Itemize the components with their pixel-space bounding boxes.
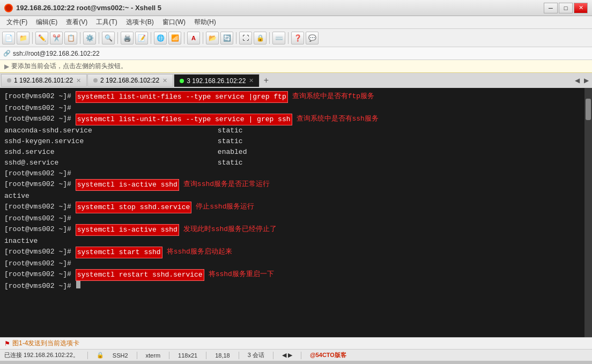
tunnel-button[interactable]: 🔄	[220, 32, 233, 44]
network-button[interactable]: 📶	[168, 32, 181, 44]
fullscreen-button[interactable]: ⛶	[239, 32, 252, 44]
lock-button[interactable]: 🔒	[254, 32, 267, 44]
print-button[interactable]: 🖨️	[121, 32, 134, 44]
toolbar-sep-6	[184, 32, 184, 44]
output-text: anaconda-sshd.service static	[4, 125, 243, 136]
command-text: systemctl stop sshd.service	[76, 202, 192, 213]
menu-view[interactable]: 查看(V)	[62, 17, 92, 28]
menu-bar: 文件(F) 编辑(E) 查看(V) 工具(T) 选项卡(B) 窗口(W) 帮助(…	[0, 16, 592, 29]
tab-1-label: 1 192.168.26.101:22	[14, 77, 73, 84]
comment-text: 查询系统中是否有ftp服务	[292, 91, 374, 102]
minimize-button[interactable]: ─	[544, 3, 558, 13]
terminal-line: [root@vms002 ~]#	[4, 213, 580, 224]
status-sep-1	[87, 352, 88, 359]
toolbar-sep-3	[99, 32, 99, 44]
menu-file[interactable]: 文件(F)	[2, 17, 32, 28]
command-text: systemctl list-unit-files --type service…	[76, 91, 288, 103]
command-text: systemctl is-active sshd	[76, 179, 179, 191]
globe-button[interactable]: 🌐	[154, 32, 167, 44]
toolbar-sep-4	[117, 32, 118, 44]
command-text: systemctl start sshd	[76, 247, 162, 258]
comment-text: 停止sshd服务运行	[196, 202, 254, 212]
status-sep-3	[169, 352, 169, 359]
info-bar: ▶ 要添加当前会话，点击左侧的箭头按钮。	[0, 60, 592, 73]
status-arrows: ◀ ▶	[282, 352, 292, 359]
maximize-button[interactable]: □	[559, 3, 573, 13]
find-button[interactable]: 🔍	[102, 32, 115, 44]
tab-nav-right[interactable]: ▶	[582, 76, 591, 85]
command-text: systemctl list-unit-files --type service…	[76, 114, 292, 125]
sftp-button[interactable]: 📂	[206, 32, 219, 44]
address-bar: 🔗 ssh://root@192.168.26.102:22	[0, 47, 592, 60]
close-button[interactable]: ✕	[574, 3, 588, 13]
scrollbar[interactable]	[584, 88, 592, 337]
prompt-text: [root@vms002 ~]#	[4, 114, 76, 124]
command-text: systemctl is-active sshd	[76, 224, 179, 236]
cut-button[interactable]: ✂️	[50, 32, 63, 44]
address-text: ssh://root@192.168.26.102:22	[13, 50, 100, 57]
menu-tools[interactable]: 工具(T)	[92, 17, 121, 28]
status-dimensions: 118x21	[178, 352, 197, 359]
comment-text: 发现此时sshd服务已经停止了	[183, 224, 277, 235]
terminal-line: [root@vms002 ~]# systemctl stop sshd.ser…	[4, 202, 580, 213]
comment-text: 将sshd服务重启一下	[209, 269, 274, 280]
tab-2[interactable]: 2 192.168.26.102:22 ✕	[87, 74, 173, 87]
prompt-text: [root@vms002 ~]#	[4, 91, 76, 102]
toolbar: 📄 📁 ✏️ ✂️ 📋 ⚙️ 🔍 🖨️ 📝 🌐 📶 A 📂 🔄 ⛶ 🔒 ⌨️ ❓…	[0, 29, 592, 47]
hint-bar: ⚑ 图1-4发送到当前选项卡	[0, 337, 592, 349]
toolbar-sep-8	[236, 32, 236, 44]
open-button[interactable]: 📁	[17, 32, 29, 44]
status-position: 18,18	[215, 352, 230, 359]
comment-text: 将sshd服务启动起来	[167, 247, 232, 257]
output-text: sshd.service enabled	[4, 147, 247, 158]
terminal-line: sshd.service enabled	[4, 147, 580, 158]
terminal-line: [root@vms002 ~]# systemctl list-unit-fil…	[4, 91, 580, 103]
new-session-button[interactable]: 📄	[2, 32, 15, 44]
menu-tabs[interactable]: 选项卡(B)	[122, 17, 158, 28]
menu-edit[interactable]: 编辑(E)	[32, 17, 62, 28]
edit-button[interactable]: ✏️	[35, 32, 48, 44]
status-lock-icon: 🔒	[97, 352, 104, 359]
terminal-line: active	[4, 191, 580, 202]
help-button[interactable]: ❓	[291, 32, 304, 44]
status-bar: 已连接 192.168.26.102:22。 🔒 SSH2 xterm 118x…	[0, 349, 592, 361]
menu-help[interactable]: 帮助(H)	[190, 17, 220, 28]
terminal[interactable]: [root@vms002 ~]# systemctl list-unit-fil…	[0, 88, 584, 337]
tab-3[interactable]: 3 192.168.26.102:22 ✕	[174, 74, 260, 87]
toolbar-sep-1	[32, 32, 33, 44]
info-text: 要添加当前会话，点击左侧的箭头按钮。	[11, 62, 127, 71]
tab-1[interactable]: 1 192.168.26.101:22 ✕	[1, 74, 87, 87]
command-text: systemctl restart sshd.service	[76, 269, 204, 281]
compose-button[interactable]: 📝	[135, 32, 148, 44]
paste-button[interactable]: 📋	[64, 32, 77, 44]
status-sessions: 3 会话	[248, 351, 264, 359]
window-title: 192.168.26.102:22 root@vms002:~ - Xshell…	[16, 4, 161, 12]
toolbar-sep-7	[203, 32, 203, 44]
chat-button[interactable]: 💬	[306, 32, 319, 44]
tab-add-button[interactable]: +	[260, 75, 272, 86]
status-sep-5	[239, 352, 239, 359]
terminal-line: [root@vms002 ~]# systemctl is-active ssh…	[4, 224, 580, 236]
tab-3-close[interactable]: ✕	[249, 77, 254, 84]
prompt-text: [root@vms002 ~]#	[4, 168, 76, 179]
scrollbar-thumb[interactable]	[586, 99, 591, 120]
toolbar-sep-5	[151, 32, 151, 44]
tab-nav: ◀ ▶	[573, 76, 591, 85]
terminal-line: [root@vms002 ~]# systemctl is-active ssh…	[4, 179, 580, 191]
tab-nav-left[interactable]: ◀	[573, 76, 582, 85]
menu-window[interactable]: 窗口(W)	[158, 17, 190, 28]
tab-1-close[interactable]: ✕	[76, 77, 81, 84]
settings-button[interactable]: ⚙️	[83, 32, 96, 44]
tab-2-label: 2 192.168.26.102:22	[100, 77, 159, 84]
status-connection: 已连接 192.168.26.102:22。	[4, 351, 79, 359]
font-button[interactable]: A	[187, 32, 200, 44]
keyboard-button[interactable]: ⌨️	[272, 32, 285, 44]
tab-3-label: 3 192.168.26.102:22	[187, 77, 246, 85]
prompt-text: [root@vms002 ~]#	[4, 281, 76, 292]
terminal-line: inactive	[4, 236, 580, 247]
terminal-line: anaconda-sshd.service static	[4, 125, 580, 136]
tab-3-dot	[180, 79, 184, 83]
tab-2-close[interactable]: ✕	[162, 77, 167, 84]
address-icon: 🔗	[3, 50, 11, 57]
tab-bar: 1 192.168.26.101:22 ✕ 2 192.168.26.102:2…	[0, 73, 592, 88]
